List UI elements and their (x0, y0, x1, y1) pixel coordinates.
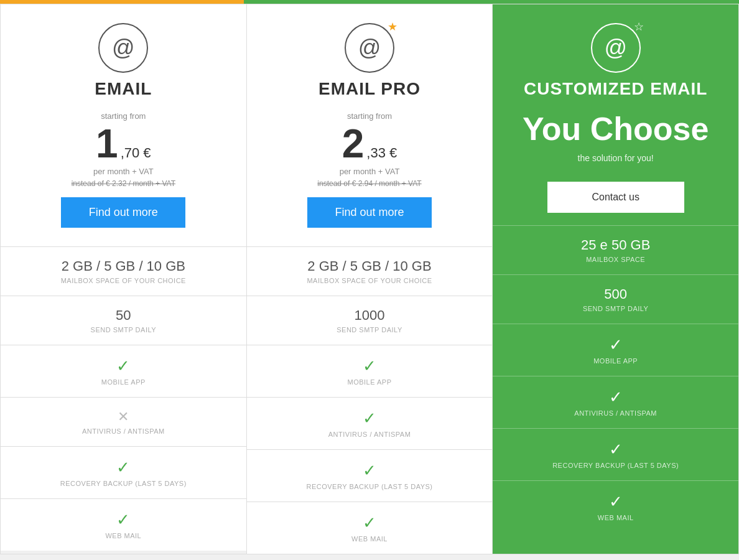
pricing-table: @ EMAIL starting from 1 ,70 € per month … (0, 4, 739, 554)
webmail-label-email: WEB MAIL (7, 532, 240, 539)
plan-name-custom: CUSTOMIZED EMAIL (505, 79, 726, 99)
smtp-custom: 500 SEND SMTP DAILY (493, 275, 738, 324)
find-out-more-email-button[interactable]: Find out more (61, 197, 185, 228)
at-icon-pro: @ (345, 23, 394, 73)
check-backup-custom: ✓ (499, 440, 732, 459)
check-mobile-email: ✓ (7, 357, 240, 376)
instead-of-pro: instead of € 2.94 / month + VAT (259, 179, 480, 188)
mobile-app-email: ✓ MOBILE APP (1, 345, 246, 398)
mailbox-value-pro: 2 GB / 5 GB / 10 GB (253, 258, 486, 274)
contact-us-button[interactable]: Contact us (547, 182, 684, 213)
smtp-label-pro: SEND SMTP DAILY (253, 326, 486, 334)
plan-email-pro: @ ★ EMAIL PRO starting from 2 ,33 € per … (247, 4, 493, 554)
mailbox-custom: 25 e 50 GB MAILBOX SPACE (493, 226, 738, 275)
webmail-pro: ✓ WEB MAIL (247, 502, 493, 554)
antivirus-label-custom: ANTIVIRUS / ANTISPAM (499, 409, 732, 417)
mobile-app-pro: ✓ MOBILE APP (247, 345, 493, 398)
antivirus-email: ✕ ANTIVIRUS / ANTISPAM (1, 398, 246, 447)
mobile-label-pro: MOBILE APP (253, 378, 486, 386)
starting-from-email: starting from (13, 111, 234, 121)
antivirus-pro: ✓ ANTIVIRUS / ANTISPAM (247, 398, 493, 450)
mailbox-value-email: 2 GB / 5 GB / 10 GB (7, 258, 240, 274)
webmail-custom: ✓ WEB MAIL (493, 481, 738, 533)
at-icon-email: @ (98, 23, 148, 73)
solution-text-custom: the solution for you! (505, 153, 726, 163)
star-icon-pro: ★ (388, 20, 397, 34)
backup-label-pro: RECOVERY BACKUP (last 5 days) (253, 483, 486, 490)
price-row-email: 1 ,70 € (13, 124, 234, 164)
backup-label-email: RECOVERY BACKUP (last 5 days) (7, 480, 240, 487)
plan-email-header: @ EMAIL starting from 1 ,70 € per month … (1, 4, 246, 247)
backup-custom: ✓ RECOVERY BACKUP (last 5 days) (493, 429, 738, 481)
instead-of-email: instead of € 2.32 / month + VAT (13, 179, 234, 188)
webmail-label-pro: WEB MAIL (253, 535, 486, 543)
backup-pro: ✓ RECOVERY BACKUP (last 5 days) (247, 450, 493, 502)
mailbox-value-custom: 25 e 50 GB (499, 237, 732, 253)
at-icon-wrapper-custom: @ ☆ (591, 23, 641, 73)
check-backup-email: ✓ (7, 458, 240, 477)
plan-email: @ EMAIL starting from 1 ,70 € per month … (1, 4, 247, 554)
at-icon-wrapper-email: @ (98, 23, 148, 73)
check-antivirus-custom: ✓ (499, 388, 732, 407)
price-small-email: ,70 € (121, 145, 151, 161)
smtp-value-email: 50 (7, 307, 240, 324)
mailbox-email: 2 GB / 5 GB / 10 GB MAILBOX SPACE OF YOU… (1, 247, 246, 296)
star-icon-custom: ☆ (634, 20, 644, 34)
mobile-label-custom: MOBILE APP (499, 357, 732, 365)
smtp-pro: 1000 SEND SMTP DAILY (247, 296, 493, 345)
plan-customized-header: @ ☆ CUSTOMIZED EMAIL You Choose the solu… (493, 4, 738, 226)
plan-name-email: EMAIL (13, 79, 234, 99)
starting-from-pro: starting from (259, 111, 480, 121)
price-big-pro: 2 (342, 124, 365, 164)
smtp-email: 50 SEND SMTP DAILY (1, 296, 246, 345)
mailbox-pro: 2 GB / 5 GB / 10 GB MAILBOX SPACE OF YOU… (247, 247, 493, 296)
at-icon-custom: @ (591, 23, 641, 73)
you-choose-custom: You Choose (505, 111, 726, 147)
price-row-pro: 2 ,33 € (259, 124, 480, 164)
mailbox-label-email: MAILBOX SPACE OF YOUR CHOICE (7, 277, 240, 284)
smtp-value-custom: 500 (499, 286, 732, 302)
webmail-label-custom: WEB MAIL (499, 514, 732, 521)
antivirus-custom: ✓ ANTIVIRUS / ANTISPAM (493, 376, 738, 429)
smtp-label-custom: SEND SMTP DAILY (499, 305, 732, 312)
check-webmail-pro: ✓ (253, 513, 486, 533)
check-backup-pro: ✓ (253, 461, 486, 480)
antivirus-label-email: ANTIVIRUS / ANTISPAM (7, 427, 240, 435)
price-big-email: 1 (96, 124, 118, 164)
plan-email-pro-header: @ ★ EMAIL PRO starting from 2 ,33 € per … (247, 4, 493, 247)
smtp-value-pro: 1000 (253, 307, 486, 324)
mobile-label-email: MOBILE APP (7, 378, 240, 386)
check-mobile-pro: ✓ (253, 357, 486, 376)
webmail-email: ✓ WEB MAIL (1, 499, 246, 551)
plan-customized: @ ☆ CUSTOMIZED EMAIL You Choose the solu… (493, 4, 738, 554)
price-small-pro: ,33 € (366, 145, 397, 161)
cross-antivirus-email: ✕ (7, 409, 240, 425)
mailbox-label-custom: MAILBOX SPACE (499, 256, 732, 263)
smtp-label-email: SEND SMTP DAILY (7, 326, 240, 334)
per-month-email: per month + VAT (13, 167, 234, 176)
plan-name-pro: EMAIL PRO (259, 79, 480, 99)
at-icon-wrapper-pro: @ ★ (345, 23, 394, 73)
antivirus-label-pro: ANTIVIRUS / ANTISPAM (253, 431, 486, 438)
find-out-more-pro-button[interactable]: Find out more (307, 197, 432, 228)
backup-label-custom: RECOVERY BACKUP (last 5 days) (499, 462, 732, 469)
check-antivirus-pro: ✓ (253, 409, 486, 428)
check-mobile-custom: ✓ (499, 335, 732, 355)
mobile-app-custom: ✓ MOBILE APP (493, 324, 738, 376)
per-month-pro: per month + VAT (259, 167, 480, 176)
mailbox-label-pro: MAILBOX SPACE OF YOUR CHOICE (253, 277, 486, 284)
backup-email: ✓ RECOVERY BACKUP (last 5 days) (1, 447, 246, 499)
check-webmail-email: ✓ (7, 510, 240, 530)
check-webmail-custom: ✓ (499, 492, 732, 511)
